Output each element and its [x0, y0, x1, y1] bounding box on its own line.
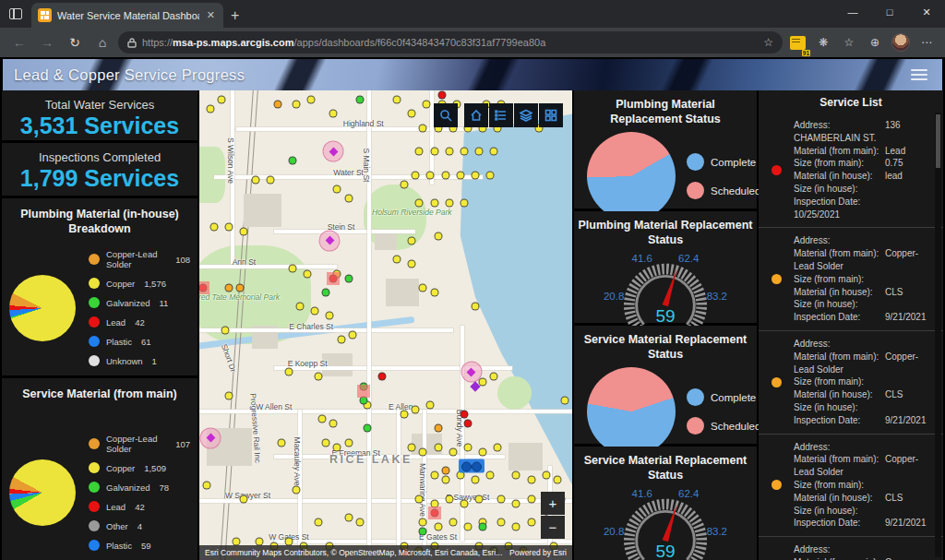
- legend-item[interactable]: Copper-Lead Solder108: [89, 249, 190, 269]
- map-marker-yellow[interactable]: [486, 471, 495, 480]
- forward-icon[interactable]: →: [35, 30, 59, 54]
- window-close-button[interactable]: ✕: [908, 0, 945, 24]
- map-marker-yellow[interactable]: [348, 330, 356, 339]
- map-marker-yellow[interactable]: [240, 494, 248, 503]
- browser-tab[interactable]: Water Service Material Dashboa ✕: [31, 3, 223, 28]
- map-marker-yellow[interactable]: [333, 443, 341, 451]
- map-marker-yellow[interactable]: [527, 518, 535, 527]
- map-marker-yellow[interactable]: [277, 438, 285, 447]
- map-marker-yellow[interactable]: [393, 256, 401, 264]
- map-marker-yellow[interactable]: [471, 171, 479, 179]
- plumbing-breakdown-pie-chart[interactable]: [9, 275, 76, 341]
- map-marker-yellow[interactable]: [415, 494, 424, 503]
- map-marker-yellow[interactable]: [560, 396, 568, 404]
- map-marker-yellow[interactable]: [497, 494, 506, 503]
- service-list-item[interactable]: Address:Material (from main):Copper-Lead…: [759, 227, 943, 330]
- map-marker-yellow[interactable]: [471, 476, 479, 484]
- map-marker-pk[interactable]: [323, 141, 344, 162]
- map-marker-green[interactable]: [363, 424, 371, 433]
- map-marker-yellow[interactable]: [322, 438, 330, 447]
- map-marker-yellow[interactable]: [337, 335, 345, 343]
- map-marker-yellow[interactable]: [255, 537, 263, 545]
- map-marker-yellow[interactable]: [415, 199, 424, 208]
- map-marker-green[interactable]: [419, 528, 427, 536]
- map-marker-yellow[interactable]: [315, 518, 323, 527]
- legend-item[interactable]: Lead42: [89, 501, 190, 512]
- map-marker-yellow[interactable]: [460, 499, 468, 507]
- tab-close-icon[interactable]: ✕: [205, 9, 217, 21]
- map-marker-yellow[interactable]: [445, 494, 453, 503]
- map-marker-yellow[interactable]: [296, 303, 305, 311]
- service-material-pie-chart[interactable]: [9, 459, 76, 526]
- map-marker-yellow[interactable]: [393, 96, 401, 104]
- legend-item[interactable]: Unknown1: [89, 355, 190, 366]
- service-replacement-pie-chart[interactable]: [587, 367, 676, 456]
- map-marker-yellow[interactable]: [419, 518, 427, 527]
- map-marker-yellow[interactable]: [408, 110, 416, 118]
- map-layers-button[interactable]: [514, 103, 538, 127]
- service-list-item[interactable]: Address:Material (from main):Copper-Lead…: [759, 330, 943, 434]
- favorites-bar-icon[interactable]: ☆: [838, 31, 860, 54]
- map-marker-rs[interactable]: [428, 506, 441, 519]
- map-marker-orange[interactable]: [273, 101, 281, 109]
- map-marker-yellow[interactable]: [311, 307, 319, 316]
- map-marker-yellow[interactable]: [419, 447, 427, 456]
- hamburger-menu-icon[interactable]: [911, 69, 927, 80]
- map-marker-yellow[interactable]: [412, 406, 420, 414]
- notifications-button[interactable]: 91: [786, 31, 808, 54]
- map-marker-yellow[interactable]: [426, 171, 435, 179]
- map-marker-yellow[interactable]: [218, 96, 226, 104]
- map-marker-yellow[interactable]: [475, 494, 484, 503]
- map-legend-button[interactable]: [489, 103, 513, 127]
- map-marker-yellow[interactable]: [284, 368, 293, 376]
- map-marker-yellow[interactable]: [355, 518, 364, 527]
- map-marker-orange[interactable]: [225, 283, 233, 292]
- map-basemap-button[interactable]: [539, 103, 563, 127]
- map-marker-yellow[interactable]: [315, 373, 323, 381]
- map-marker-red[interactable]: [377, 373, 386, 381]
- map-marker-green[interactable]: [289, 157, 297, 165]
- map-marker-yellow[interactable]: [408, 260, 416, 268]
- map-marker-yellow[interactable]: [293, 101, 301, 109]
- map-marker-orange[interactable]: [236, 283, 245, 292]
- map-marker-green[interactable]: [359, 396, 367, 404]
- map-marker-yellow[interactable]: [419, 283, 427, 292]
- map-marker-yellow[interactable]: [225, 391, 233, 399]
- map-marker-yellow[interactable]: [463, 443, 472, 451]
- collections-icon[interactable]: ⊕: [864, 31, 886, 54]
- map-marker-yellow[interactable]: [471, 303, 479, 311]
- map-marker-yellow[interactable]: [494, 443, 502, 451]
- map-marker-yellow[interactable]: [486, 171, 495, 179]
- legend-item[interactable]: Galvanized11: [89, 297, 190, 308]
- map-marker-rs[interactable]: [357, 385, 370, 398]
- new-tab-button[interactable]: +: [231, 7, 239, 24]
- settings-more-icon[interactable]: ⋯: [915, 31, 938, 54]
- map-marker-yellow[interactable]: [344, 195, 353, 203]
- map-marker-yellow[interactable]: [210, 222, 219, 231]
- map-marker-yellow[interactable]: [430, 471, 438, 480]
- map-marker-yellow[interactable]: [512, 523, 520, 531]
- map-marker-yellow[interactable]: [225, 222, 233, 231]
- scrollbar-thumb[interactable]: [936, 114, 940, 168]
- service-list-item[interactable]: Address:136 CHAMBERLAIN ST.Material (fro…: [759, 113, 943, 227]
- map-marker-yellow[interactable]: [415, 148, 424, 156]
- legend-item[interactable]: Plastic61: [89, 336, 190, 347]
- service-list-scrollbar[interactable]: [935, 113, 941, 557]
- back-icon[interactable]: ←: [7, 30, 31, 54]
- map-marker-rs[interactable]: [327, 272, 340, 285]
- map-marker-yellow[interactable]: [553, 476, 561, 484]
- map-marker-yellow[interactable]: [542, 471, 550, 480]
- map-marker-yellow[interactable]: [284, 537, 293, 545]
- map-marker-yellow[interactable]: [329, 110, 338, 118]
- service-list-item[interactable]: Address:Material (from main):Copper-Lead…: [759, 434, 943, 537]
- map-marker-yellow[interactable]: [460, 199, 468, 208]
- legend-item[interactable]: Copper1,509: [89, 462, 190, 473]
- tab-actions-button[interactable]: [0, 0, 31, 28]
- map-marker-yellow[interactable]: [293, 485, 301, 494]
- map-marker-yellow[interactable]: [423, 101, 431, 109]
- map-marker-yellow[interactable]: [203, 481, 211, 489]
- address-bar[interactable]: https://msa-ps.maps.arcgis.com/apps/dash…: [118, 31, 783, 54]
- map-marker-yellow[interactable]: [318, 415, 327, 423]
- map-marker-yellow[interactable]: [304, 269, 312, 278]
- map-marker-yellow[interactable]: [441, 476, 449, 484]
